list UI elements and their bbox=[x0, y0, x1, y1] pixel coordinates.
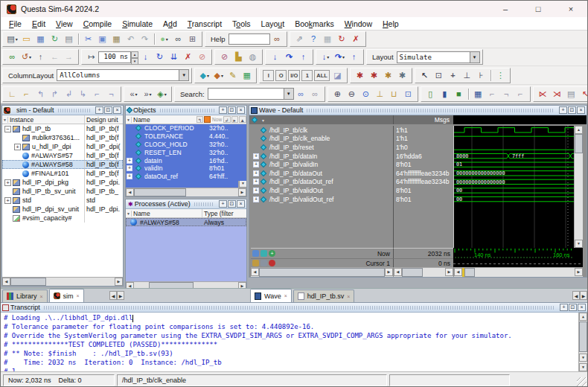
wave-signal-row[interactable]: +/hdl_IP_tb/validIn bbox=[251, 160, 393, 169]
wave-tab-wave[interactable]: Wave× bbox=[250, 289, 292, 302]
expand-toggle[interactable]: + bbox=[253, 188, 259, 194]
menu-view[interactable]: View bbox=[51, 19, 78, 29]
filter-icon[interactable]: ▼ bbox=[2, 117, 8, 123]
collapse-time-right-button[interactable]: »▾ bbox=[141, 88, 154, 100]
delete-cursor-icon[interactable] bbox=[269, 260, 275, 266]
columnlayout-select[interactable]: AllColumns▼ bbox=[57, 69, 189, 81]
scroll-down-button[interactable]: ▼ bbox=[239, 179, 246, 188]
search-input-arrow[interactable]: ▼ bbox=[284, 89, 293, 99]
wave-tab-hdl-ip-tb-sv[interactable]: hdl_IP_tb.sv× bbox=[293, 290, 355, 302]
run-length-input-up[interactable]: ▲ bbox=[131, 51, 138, 58]
zoom-others-button[interactable]: ⊡ bbox=[402, 88, 415, 100]
expand-toggle[interactable]: + bbox=[4, 179, 11, 186]
wave-edit-1-button[interactable]: ∟ bbox=[6, 88, 19, 100]
expand-all-icon[interactable]: ↲ bbox=[223, 116, 230, 123]
menu-tools[interactable]: Tools bbox=[227, 19, 256, 29]
wave-values-hscrollbar[interactable]: ◀ ▶ bbox=[394, 267, 453, 277]
redo-button[interactable]: ↷ bbox=[138, 33, 151, 45]
object-row[interactable]: CLOCK_HOLD32'h0.. bbox=[126, 141, 246, 149]
dock-button[interactable]: + bbox=[560, 304, 568, 311]
zoom-mode-button[interactable]: ⊡ bbox=[432, 69, 445, 82]
wave-names-hscrollbar[interactable]: ◀ ▶ bbox=[251, 267, 393, 277]
help-input[interactable] bbox=[229, 33, 270, 45]
expand-toggle[interactable]: + bbox=[4, 197, 11, 204]
panel-grip[interactable] bbox=[307, 109, 555, 112]
wave-signal-row[interactable]: /hdl_IP_tb/clk_enable bbox=[251, 135, 393, 144]
whats-this-button[interactable]: ? bbox=[307, 33, 320, 45]
sim-hscrollbar[interactable]: ◀ ▶ bbox=[2, 277, 123, 286]
find-button[interactable]: ∞ bbox=[172, 33, 185, 45]
add-to-log-button[interactable]: ✎ bbox=[226, 69, 239, 82]
undock-button[interactable]: ⊡ bbox=[569, 304, 577, 311]
menu-layout[interactable]: Layout bbox=[256, 19, 290, 29]
run-length-input-value[interactable]: 100 ns bbox=[98, 51, 131, 63]
tabs-scroll-left-button[interactable]: ◀ bbox=[572, 291, 580, 300]
break-button[interactable]: ✗ bbox=[182, 51, 194, 63]
dock-button[interactable]: + bbox=[559, 106, 567, 114]
grid-settings-button[interactable]: ▯ bbox=[424, 88, 437, 100]
layout-select[interactable]: Simulate▼ bbox=[397, 51, 480, 63]
select-mode-button[interactable]: ↖ bbox=[418, 69, 431, 82]
filter-eraser-button[interactable]: ◪ bbox=[331, 69, 344, 82]
wave-vscrollbar[interactable]: ▲ ▼ bbox=[574, 126, 583, 248]
close-panel-button[interactable]: × bbox=[113, 106, 121, 114]
run-length-input-down[interactable]: ▼ bbox=[131, 58, 138, 65]
new-file-button-dropdown[interactable]: ▾ bbox=[16, 36, 18, 42]
filter-icon[interactable]: ▼ bbox=[126, 211, 132, 217]
export-report-button[interactable]: ▤ bbox=[565, 88, 578, 100]
wave-signal-row[interactable]: +/hdl_IP_tb/dataOut_ref bbox=[251, 178, 393, 187]
step-into-context-button[interactable]: ↓▾ bbox=[319, 51, 332, 63]
tabs-scroll-left-button[interactable]: ◀ bbox=[109, 291, 117, 300]
add-to-wave-button[interactable]: ◆▾ bbox=[198, 69, 211, 82]
step-over-button[interactable]: ↷ bbox=[283, 51, 295, 63]
search-backward-button[interactable]: ∞ bbox=[309, 88, 322, 100]
step-into-context-button-dropdown[interactable]: ▾ bbox=[327, 54, 329, 60]
environment-up-button[interactable]: ↑ bbox=[34, 51, 47, 63]
expand-toggle[interactable]: + bbox=[253, 196, 259, 202]
run-length-input[interactable]: 100 ns▲▼ bbox=[98, 51, 138, 63]
wave-compare-button[interactable]: ▮ bbox=[438, 88, 451, 100]
back-button[interactable]: ← bbox=[48, 51, 61, 63]
undock-button[interactable]: ⊡ bbox=[568, 106, 576, 114]
tool-options-button[interactable]: ✱ bbox=[396, 69, 409, 82]
expand-toggle[interactable]: + bbox=[253, 179, 259, 185]
previous-transition-button[interactable]: ⋉ bbox=[537, 88, 549, 100]
step-out-button[interactable]: ↑ bbox=[297, 51, 310, 63]
now-mode-icon[interactable] bbox=[204, 116, 211, 123]
menu-simulate[interactable]: Simulate bbox=[117, 19, 158, 29]
close-tab-button[interactable]: × bbox=[284, 293, 287, 298]
search-input[interactable]: ▼ bbox=[208, 88, 294, 100]
scroll-up-button[interactable]: ▲ bbox=[575, 126, 583, 134]
scroll-thumb[interactable] bbox=[10, 278, 46, 286]
run-button[interactable]: ↓ bbox=[139, 51, 152, 63]
filter-out-button[interactable]: O bbox=[275, 70, 287, 81]
undock-button[interactable]: ⊡ bbox=[228, 200, 236, 208]
wave-edit-5-button[interactable]: ↲ bbox=[63, 88, 75, 100]
tree-row[interactable]: hdl_IP_tb_sv_unithdl_IP_tb_ bbox=[2, 187, 123, 196]
edge-fall-button[interactable]: ¬ bbox=[500, 88, 513, 100]
collapse-time-left-button[interactable]: «▾ bbox=[127, 88, 140, 100]
panel-grip[interactable] bbox=[160, 109, 214, 112]
step-over-context-button[interactable]: ↷▾ bbox=[333, 51, 346, 63]
panel-grip[interactable] bbox=[58, 109, 91, 112]
resize-grip[interactable] bbox=[577, 377, 587, 387]
object-row[interactable]: RESET_LEN32'h0.. bbox=[126, 148, 246, 156]
left-tab-library[interactable]: Library× bbox=[2, 290, 48, 302]
scroll-right-button[interactable]: ▶ bbox=[445, 268, 453, 276]
object-row[interactable]: +dataIn16'hd.. bbox=[126, 156, 246, 164]
wave-edit-4-button[interactable]: ↱ bbox=[48, 88, 61, 100]
columnlayout-select-arrow[interactable]: ▼ bbox=[179, 70, 188, 80]
close-panel-button[interactable]: × bbox=[237, 106, 245, 114]
stop-button[interactable]: ⊘ bbox=[196, 51, 208, 63]
filter-icon[interactable]: ▼ bbox=[126, 117, 132, 123]
close-button[interactable]: × bbox=[555, 1, 587, 17]
find-mode-button[interactable]: ●▾ bbox=[158, 33, 170, 45]
find-mode-button-dropdown[interactable]: ▾ bbox=[166, 36, 168, 42]
transcript-vscrollbar[interactable]: ▲ ▼ ▼ bbox=[578, 313, 587, 371]
expand-toggle[interactable]: + bbox=[14, 144, 21, 150]
note-icon[interactable] bbox=[252, 250, 259, 257]
scroll-up-button[interactable]: ▲ bbox=[239, 116, 246, 123]
reload-button[interactable]: ↻ bbox=[48, 33, 61, 45]
run-length-icon[interactable]: ↦ bbox=[85, 51, 98, 63]
scroll-right-button[interactable]: ▶ bbox=[238, 188, 246, 196]
